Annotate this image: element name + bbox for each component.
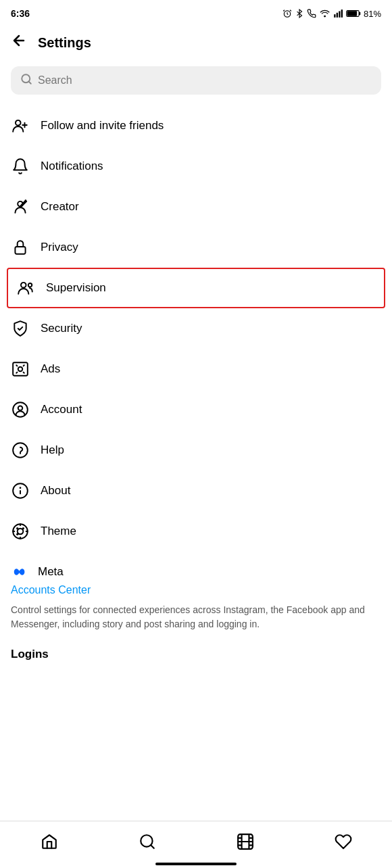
status-bar: 6:36 81%: [0, 0, 392, 24]
ads-icon: [11, 360, 30, 379]
about-icon: [11, 481, 30, 500]
menu-label-theme: Theme: [41, 525, 76, 538]
nav-search[interactable]: [127, 833, 168, 850]
meta-description: Control settings for connected experienc…: [11, 603, 381, 631]
page-header: Settings: [0, 24, 392, 61]
menu-item-account[interactable]: Account: [0, 389, 392, 430]
menu-item-ads[interactable]: Ads: [0, 349, 392, 389]
logins-title: Logins: [0, 637, 392, 667]
menu-item-notifications[interactable]: Notifications: [0, 146, 392, 187]
svg-point-14: [28, 283, 32, 287]
settings-menu: Follow and invite friends Notifications …: [0, 105, 392, 552]
menu-label-privacy: Privacy: [41, 241, 78, 254]
bell-icon: [11, 157, 30, 176]
svg-point-17: [13, 443, 28, 458]
svg-rect-4: [339, 11, 340, 18]
svg-point-10: [16, 120, 21, 126]
theme-icon: [11, 522, 30, 541]
menu-item-help[interactable]: Help: [0, 430, 392, 471]
svg-point-22: [18, 529, 24, 535]
svg-rect-5: [341, 9, 343, 18]
svg-rect-2: [334, 14, 335, 18]
menu-item-security[interactable]: Security: [0, 308, 392, 349]
svg-rect-8: [347, 11, 357, 16]
meta-section: Meta Accounts Center Control settings fo…: [0, 552, 392, 637]
menu-label-creator: Creator: [41, 200, 79, 214]
search-icon: [20, 73, 32, 88]
account-icon: [11, 400, 30, 419]
menu-label-follow-invite: Follow and invite friends: [41, 119, 164, 132]
menu-label-about: About: [41, 484, 70, 498]
svg-point-16: [18, 406, 23, 411]
back-button[interactable]: [11, 32, 27, 53]
menu-label-security: Security: [41, 322, 82, 335]
svg-point-1: [324, 16, 326, 17]
svg-point-13: [21, 283, 26, 288]
svg-point-24: [22, 527, 24, 529]
svg-rect-7: [359, 12, 360, 15]
nav-reels[interactable]: [225, 833, 266, 850]
svg-rect-3: [337, 13, 338, 18]
menu-label-notifications: Notifications: [41, 160, 103, 173]
status-time: 6:36: [11, 8, 30, 19]
page-title: Settings: [38, 35, 91, 51]
status-icons: 81%: [283, 9, 381, 19]
follow-icon: [11, 116, 30, 135]
menu-item-about[interactable]: About: [0, 471, 392, 511]
creator-icon: [11, 197, 30, 216]
menu-item-theme[interactable]: Theme: [0, 511, 392, 552]
search-bar[interactable]: [11, 66, 381, 95]
lock-icon: [11, 238, 30, 257]
menu-item-supervision[interactable]: Supervision: [7, 268, 385, 308]
bottom-nav: [0, 821, 392, 868]
svg-point-23: [16, 527, 18, 529]
nav-home[interactable]: [29, 833, 70, 850]
svg-point-15: [13, 402, 28, 417]
menu-item-follow-invite[interactable]: Follow and invite friends: [0, 105, 392, 146]
menu-item-privacy[interactable]: Privacy: [0, 227, 392, 268]
svg-point-21: [13, 524, 28, 539]
svg-point-25: [16, 533, 18, 535]
meta-logo: Meta: [11, 565, 381, 579]
svg-rect-12: [15, 247, 25, 254]
menu-label-help: Help: [41, 443, 64, 457]
supervision-icon: [16, 279, 35, 297]
search-input[interactable]: [38, 74, 372, 87]
nav-liked[interactable]: [323, 833, 364, 850]
shield-icon: [11, 319, 30, 338]
help-icon: [11, 441, 30, 460]
battery-percent: 81%: [364, 9, 381, 19]
menu-label-supervision: Supervision: [46, 281, 106, 295]
menu-label-ads: Ads: [41, 362, 60, 376]
menu-item-creator[interactable]: Creator: [0, 187, 392, 227]
meta-label: Meta: [38, 565, 64, 579]
accounts-center-link[interactable]: Accounts Center: [11, 584, 381, 596]
bottom-indicator: [155, 863, 237, 865]
menu-label-account: Account: [41, 403, 82, 416]
